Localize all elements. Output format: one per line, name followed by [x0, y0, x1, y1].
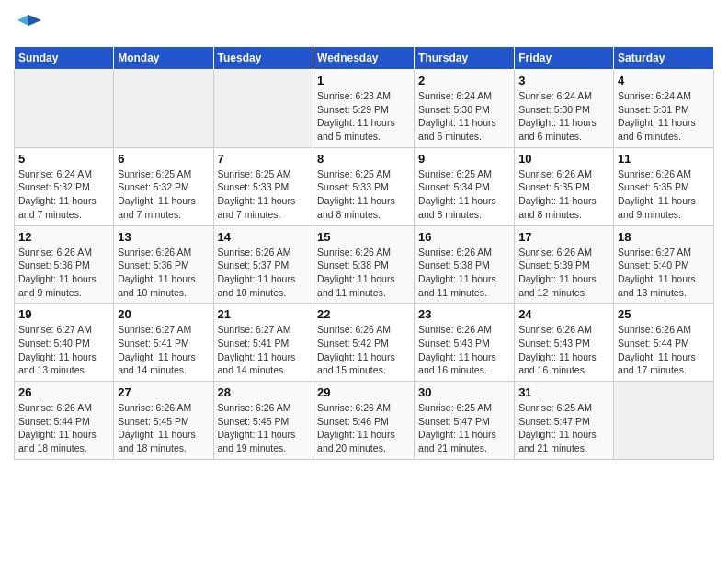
- calendar-week-row: 19Sunrise: 6:27 AM Sunset: 5:40 PM Dayli…: [15, 304, 714, 382]
- day-number: 14: [218, 230, 310, 244]
- day-info: Sunrise: 6:24 AM Sunset: 5:31 PM Dayligh…: [618, 89, 710, 144]
- day-number: 10: [518, 152, 609, 166]
- calendar-cell: 15Sunrise: 6:26 AM Sunset: 5:38 PM Dayli…: [313, 225, 415, 304]
- weekday-wednesday: Wednesday: [313, 47, 415, 70]
- svg-marker-0: [28, 15, 41, 26]
- weekday-saturday: Saturday: [614, 47, 714, 70]
- day-info: Sunrise: 6:25 AM Sunset: 5:47 PM Dayligh…: [518, 401, 609, 455]
- day-info: Sunrise: 6:26 AM Sunset: 5:44 PM Dayligh…: [618, 323, 710, 377]
- day-number: 22: [317, 307, 410, 321]
- day-info: Sunrise: 6:26 AM Sunset: 5:39 PM Dayligh…: [518, 246, 609, 300]
- day-info: Sunrise: 6:25 AM Sunset: 5:33 PM Dayligh…: [317, 167, 410, 222]
- day-info: Sunrise: 6:26 AM Sunset: 5:46 PM Dayligh…: [317, 401, 410, 455]
- day-number: 27: [118, 385, 209, 399]
- calendar-cell: 8Sunrise: 6:25 AM Sunset: 5:33 PM Daylig…: [313, 147, 415, 225]
- calendar-cell: 12Sunrise: 6:26 AM Sunset: 5:36 PM Dayli…: [15, 225, 114, 304]
- day-number: 18: [618, 230, 710, 244]
- day-number: 1: [317, 74, 410, 87]
- calendar-week-row: 5Sunrise: 6:24 AM Sunset: 5:32 PM Daylig…: [15, 147, 714, 225]
- calendar-cell: 23Sunrise: 6:26 AM Sunset: 5:43 PM Dayli…: [415, 304, 515, 382]
- page-header: [14, 9, 714, 39]
- weekday-thursday: Thursday: [415, 47, 515, 70]
- day-number: 26: [18, 385, 109, 399]
- day-number: 25: [618, 307, 710, 321]
- day-info: Sunrise: 6:23 AM Sunset: 5:29 PM Dayligh…: [317, 89, 410, 144]
- day-info: Sunrise: 6:26 AM Sunset: 5:44 PM Dayligh…: [18, 401, 109, 455]
- calendar-cell: 26Sunrise: 6:26 AM Sunset: 5:44 PM Dayli…: [15, 382, 114, 460]
- day-number: 28: [218, 385, 310, 399]
- day-number: 31: [518, 385, 609, 399]
- calendar-cell: 16Sunrise: 6:26 AM Sunset: 5:38 PM Dayli…: [415, 225, 515, 304]
- day-info: Sunrise: 6:26 AM Sunset: 5:38 PM Dayligh…: [418, 246, 510, 300]
- day-number: 29: [317, 385, 410, 399]
- calendar-cell: 24Sunrise: 6:26 AM Sunset: 5:43 PM Dayli…: [515, 304, 614, 382]
- day-info: Sunrise: 6:26 AM Sunset: 5:36 PM Dayligh…: [18, 246, 109, 300]
- day-number: 17: [518, 230, 609, 244]
- calendar-cell: 3Sunrise: 6:24 AM Sunset: 5:30 PM Daylig…: [515, 70, 614, 148]
- calendar-cell: 13Sunrise: 6:26 AM Sunset: 5:36 PM Dayli…: [114, 225, 213, 304]
- weekday-friday: Friday: [515, 47, 614, 70]
- day-info: Sunrise: 6:26 AM Sunset: 5:37 PM Dayligh…: [218, 246, 310, 300]
- day-info: Sunrise: 6:26 AM Sunset: 5:45 PM Dayligh…: [118, 401, 209, 455]
- calendar-cell: 20Sunrise: 6:27 AM Sunset: 5:41 PM Dayli…: [114, 304, 213, 382]
- day-info: Sunrise: 6:25 AM Sunset: 5:33 PM Dayligh…: [218, 167, 310, 222]
- calendar-table: SundayMondayTuesdayWednesdayThursdayFrid…: [14, 46, 714, 460]
- calendar-week-row: 12Sunrise: 6:26 AM Sunset: 5:36 PM Dayli…: [15, 225, 714, 304]
- day-number: 3: [518, 74, 609, 87]
- day-number: 8: [317, 152, 410, 166]
- calendar-cell: 5Sunrise: 6:24 AM Sunset: 5:32 PM Daylig…: [15, 147, 114, 225]
- day-info: Sunrise: 6:26 AM Sunset: 5:43 PM Dayligh…: [518, 323, 609, 377]
- day-info: Sunrise: 6:24 AM Sunset: 5:30 PM Dayligh…: [518, 89, 609, 144]
- day-number: 16: [418, 230, 510, 244]
- day-info: Sunrise: 6:26 AM Sunset: 5:43 PM Dayligh…: [418, 323, 510, 377]
- day-info: Sunrise: 6:27 AM Sunset: 5:40 PM Dayligh…: [618, 246, 710, 300]
- calendar-cell: 19Sunrise: 6:27 AM Sunset: 5:40 PM Dayli…: [15, 304, 114, 382]
- calendar-cell: [15, 70, 114, 148]
- calendar-cell: 11Sunrise: 6:26 AM Sunset: 5:35 PM Dayli…: [614, 147, 714, 225]
- logo: [14, 13, 41, 39]
- calendar-week-row: 26Sunrise: 6:26 AM Sunset: 5:44 PM Dayli…: [15, 382, 714, 460]
- weekday-sunday: Sunday: [15, 47, 114, 70]
- day-info: Sunrise: 6:26 AM Sunset: 5:35 PM Dayligh…: [618, 167, 710, 222]
- calendar-header: SundayMondayTuesdayWednesdayThursdayFrid…: [15, 47, 714, 70]
- calendar-cell: 28Sunrise: 6:26 AM Sunset: 5:45 PM Dayli…: [213, 382, 313, 460]
- calendar-cell: 22Sunrise: 6:26 AM Sunset: 5:42 PM Dayli…: [313, 304, 415, 382]
- day-info: Sunrise: 6:27 AM Sunset: 5:41 PM Dayligh…: [118, 323, 209, 377]
- day-info: Sunrise: 6:26 AM Sunset: 5:45 PM Dayligh…: [218, 401, 310, 455]
- day-info: Sunrise: 6:25 AM Sunset: 5:34 PM Dayligh…: [418, 167, 510, 222]
- day-number: 2: [418, 74, 510, 87]
- day-info: Sunrise: 6:26 AM Sunset: 5:35 PM Dayligh…: [518, 167, 609, 222]
- day-number: 24: [518, 307, 609, 321]
- day-number: 9: [418, 152, 510, 166]
- calendar-cell: 30Sunrise: 6:25 AM Sunset: 5:47 PM Dayli…: [415, 382, 515, 460]
- weekday-tuesday: Tuesday: [213, 47, 313, 70]
- day-number: 23: [418, 307, 510, 321]
- svg-marker-1: [17, 15, 28, 26]
- day-info: Sunrise: 6:26 AM Sunset: 5:36 PM Dayligh…: [118, 246, 209, 300]
- day-number: 11: [618, 152, 710, 166]
- logo-flag-icon: [16, 13, 41, 39]
- day-info: Sunrise: 6:26 AM Sunset: 5:38 PM Dayligh…: [317, 246, 410, 300]
- calendar-cell: 6Sunrise: 6:25 AM Sunset: 5:32 PM Daylig…: [114, 147, 213, 225]
- calendar-cell: 7Sunrise: 6:25 AM Sunset: 5:33 PM Daylig…: [213, 147, 313, 225]
- weekday-monday: Monday: [114, 47, 213, 70]
- calendar-cell: 9Sunrise: 6:25 AM Sunset: 5:34 PM Daylig…: [415, 147, 515, 225]
- day-number: 30: [418, 385, 510, 399]
- day-number: 15: [317, 230, 410, 244]
- day-info: Sunrise: 6:27 AM Sunset: 5:40 PM Dayligh…: [18, 323, 109, 377]
- day-number: 4: [618, 74, 710, 87]
- weekday-header-row: SundayMondayTuesdayWednesdayThursdayFrid…: [15, 47, 714, 70]
- calendar-cell: [114, 70, 213, 148]
- calendar-cell: 10Sunrise: 6:26 AM Sunset: 5:35 PM Dayli…: [515, 147, 614, 225]
- calendar-cell: 25Sunrise: 6:26 AM Sunset: 5:44 PM Dayli…: [614, 304, 714, 382]
- day-number: 12: [18, 230, 109, 244]
- calendar-cell: 17Sunrise: 6:26 AM Sunset: 5:39 PM Dayli…: [515, 225, 614, 304]
- day-number: 6: [118, 152, 209, 166]
- calendar-cell: [213, 70, 313, 148]
- calendar-cell: 27Sunrise: 6:26 AM Sunset: 5:45 PM Dayli…: [114, 382, 213, 460]
- calendar-cell: 31Sunrise: 6:25 AM Sunset: 5:47 PM Dayli…: [515, 382, 614, 460]
- day-number: 20: [118, 307, 209, 321]
- day-info: Sunrise: 6:27 AM Sunset: 5:41 PM Dayligh…: [218, 323, 310, 377]
- calendar-body: 1Sunrise: 6:23 AM Sunset: 5:29 PM Daylig…: [15, 70, 714, 460]
- day-info: Sunrise: 6:24 AM Sunset: 5:32 PM Dayligh…: [18, 167, 109, 222]
